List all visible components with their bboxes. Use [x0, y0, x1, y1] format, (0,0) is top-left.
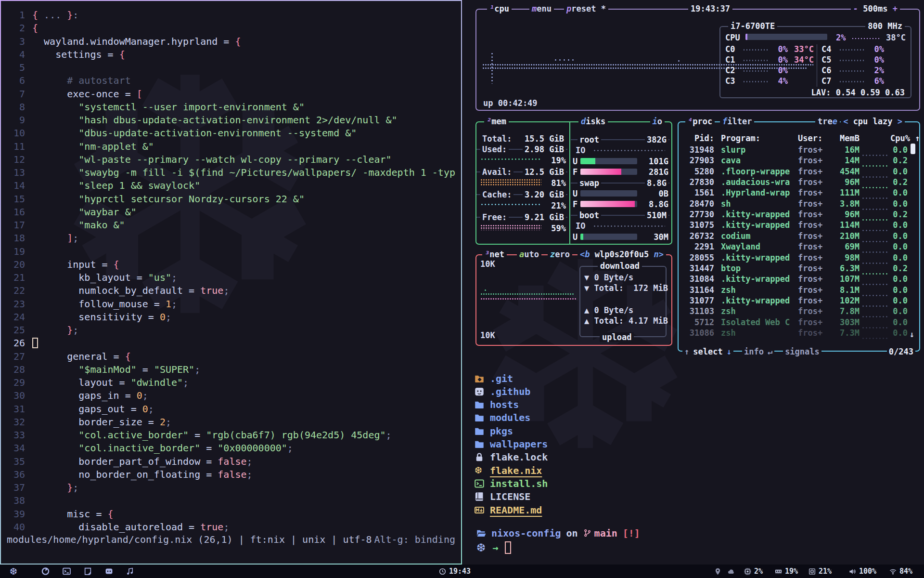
file-row[interactable]: .git — [475, 372, 513, 385]
file-row[interactable]: wallpapers — [475, 438, 548, 451]
process-row[interactable]: 31075.kitty-wrappedfros+114M0.0 — [685, 220, 908, 230]
tab-mem[interactable]: ²mem — [484, 117, 509, 126]
proc-cpu: 0.2 — [890, 263, 908, 273]
proc-user: fros+ — [798, 306, 832, 316]
module-volume[interactable]: 100% — [849, 565, 876, 578]
mem-box: ²mem disks io Total:15.5 GiBUsed:2.98 Gi… — [475, 121, 672, 245]
disks-io-toggle[interactable]: io — [650, 117, 665, 126]
process-row[interactable]: 26732codiumfros+210M0.0 — [685, 231, 908, 241]
notes-launcher-icon[interactable] — [84, 567, 92, 576]
discord-launcher-icon[interactable] — [105, 567, 113, 576]
net-zero-button[interactable]: zero — [548, 250, 572, 259]
net-auto-button[interactable]: auto — [517, 250, 541, 259]
file-row[interactable]: .github — [475, 385, 530, 398]
terminal-window[interactable]: .git.githubhostsmodulespkgswallpapersfla… — [462, 355, 924, 565]
code-area[interactable]: 1{ ... }:2{3 wayland.windowManager.hyprl… — [1, 9, 460, 534]
code-line: 18 ]; — [1, 232, 460, 245]
module-ram[interactable]: 19% — [775, 565, 798, 578]
file-row[interactable]: LICENSE — [475, 490, 530, 503]
file-row[interactable]: README.md — [475, 503, 542, 516]
line-number: 28 — [1, 363, 32, 376]
signals-button[interactable]: signals — [783, 347, 821, 356]
code-text: gaps_in = 0; — [32, 389, 148, 402]
info-button[interactable]: info — [742, 347, 766, 356]
proc-filter-button[interactable]: filter — [720, 117, 754, 126]
disk-bar-value: 101G — [638, 157, 668, 166]
core-label: C7 — [821, 76, 831, 86]
module-value: 19% — [785, 567, 798, 576]
terminal-launcher-icon[interactable] — [63, 567, 71, 576]
proc-program: zsh — [721, 306, 798, 316]
file-row[interactable]: install.sh — [475, 477, 548, 490]
process-row[interactable]: 28470shfros+3.8M0.0 — [685, 198, 908, 209]
file-row[interactable]: pkgs — [475, 424, 513, 437]
preset-button[interactable]: preset * — [564, 4, 608, 13]
tab-cpu[interactable]: ¹cpu — [487, 4, 512, 13]
process-row[interactable]: 31164zshfros+8.1M0.0 — [685, 285, 908, 295]
process-row[interactable]: 27730.kitty-wrappedfros+96M0.2 — [685, 209, 908, 220]
proc-pid: 31084 — [685, 274, 714, 284]
file-row[interactable]: hosts — [475, 398, 519, 411]
file-row[interactable]: modules — [475, 411, 530, 424]
core-meter — [839, 80, 866, 82]
code-text: general = { — [32, 350, 131, 363]
process-row[interactable]: 5280.floorp-wrappefros+454M0.0 — [685, 166, 908, 177]
mem-meter — [480, 179, 541, 185]
process-row[interactable]: 31103zshfros+7.8M0.0 — [685, 306, 908, 316]
file-row[interactable]: ❆flake.nix — [475, 464, 542, 477]
tab-net[interactable]: ³net — [482, 250, 507, 259]
process-row[interactable]: 31447btopfros+6.3M0.2 — [685, 263, 908, 274]
editor-window[interactable]: 1{ ... }:2{3 wayland.windowManager.hyprl… — [0, 0, 462, 565]
process-row[interactable]: 31084.kitty-wrappedfros+107M0.0 — [685, 274, 908, 284]
proc-user: fros+ — [798, 210, 832, 219]
nix-launcher-icon[interactable]: ❆ — [10, 566, 17, 577]
code-text: sensitivity = 0; — [32, 311, 171, 324]
waybar-clock[interactable]: 19:43 — [439, 565, 471, 578]
folder-icon — [475, 439, 484, 449]
process-row[interactable]: 31086zshfros+7.3M0.0 — [685, 328, 908, 338]
proc-scrollbar-thumb[interactable] — [911, 144, 915, 154]
line-number: 12 — [1, 153, 32, 166]
code-text: input = { — [32, 258, 119, 271]
proc-sort-control[interactable]: < cpu lazy > — [841, 117, 905, 126]
menu-button[interactable]: menu — [529, 4, 554, 13]
process-row[interactable]: 31077.kitty-wrappedfros+102M0.0 — [685, 295, 908, 306]
process-row[interactable]: 5712Isolated Web Cfros+303M0.0 — [685, 317, 908, 328]
line-number: 40 — [1, 521, 32, 534]
proc-program: sh — [721, 199, 798, 209]
disk-name-row[interactable]: swap8.8G — [578, 178, 668, 188]
disk-name-row[interactable]: root382G — [578, 135, 668, 144]
tab-proc[interactable]: ⁴proc — [685, 117, 715, 126]
update-interval-control[interactable]: - 500ms + — [851, 4, 900, 13]
proc-tree-button[interactable]: tree — [815, 117, 840, 126]
core-meter — [839, 59, 866, 61]
file-row[interactable]: flake.lock — [475, 451, 548, 464]
shell-input-line[interactable]: ❆ → — [476, 540, 511, 555]
tab-disks[interactable]: disks — [578, 117, 608, 126]
process-row[interactable]: 27903cavafros+14M0.2 — [685, 155, 908, 166]
pin-tray-icon[interactable] — [714, 565, 721, 578]
mem-meter — [480, 203, 541, 206]
firefox-launcher-icon[interactable] — [41, 567, 50, 576]
proc-mem: 454M — [832, 167, 860, 176]
process-row[interactable]: 1561.Hyprland-wrapfros+111M0.0 — [685, 187, 908, 198]
proc-user: fros+ — [798, 188, 832, 197]
proc-mem: 16M — [832, 145, 860, 155]
module-chip[interactable]: 2% — [744, 565, 763, 578]
process-row[interactable]: 31948slurpfros+16M0.0 — [685, 144, 908, 155]
select-down-key[interactable]: ↓ — [725, 347, 733, 356]
process-row[interactable]: 27830.audacious-wrafros+96M0.2 — [685, 177, 908, 187]
net-interface-switcher[interactable]: <b wlp0s20f0u5 n> — [578, 250, 666, 259]
disk-name-row[interactable]: boot510M — [578, 210, 668, 220]
select-up-key[interactable]: ↑ — [682, 347, 691, 356]
waybar: ❆ 19:43 2%19%21%100%84% — [0, 565, 924, 578]
markdown-icon — [475, 505, 484, 515]
process-row[interactable]: 2291Xwaylandfros+69M0.0 — [685, 241, 908, 252]
music-launcher-icon[interactable] — [126, 567, 134, 576]
select-label[interactable]: select — [691, 347, 724, 356]
module-drive[interactable]: 21% — [808, 565, 832, 578]
upload-total: ▲ Total: 4.17 MiB — [584, 316, 668, 326]
module-wifi[interactable]: 84% — [889, 565, 912, 578]
process-row[interactable]: 28055.kitty-wrappedfros+98M0.0 — [685, 252, 908, 263]
cloud-tray-icon[interactable] — [728, 565, 735, 578]
